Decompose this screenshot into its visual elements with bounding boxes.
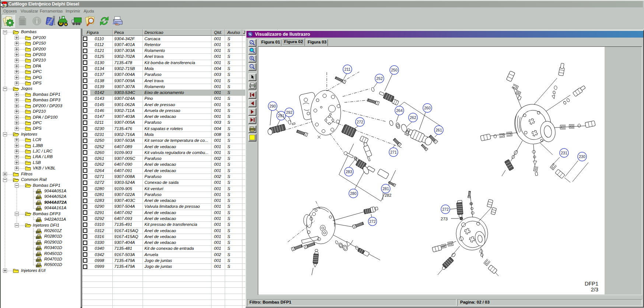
svg-text:272: 272: [357, 120, 363, 124]
svg-text:271: 271: [390, 150, 397, 154]
svg-text:290: 290: [269, 104, 276, 108]
svg-text:291: 291: [278, 113, 284, 118]
svg-text:260: 260: [424, 106, 431, 110]
svg-text:2/3: 2/3: [591, 287, 598, 293]
svg-text:273: 273: [441, 217, 448, 221]
svg-text:262: 262: [410, 115, 416, 120]
svg-text:252: 252: [376, 76, 383, 81]
svg-text:272: 272: [442, 207, 449, 211]
svg-text:230: 230: [579, 154, 585, 159]
svg-text:292: 292: [286, 110, 293, 115]
svg-text:283: 283: [346, 169, 352, 174]
svg-text:231: 231: [561, 151, 567, 155]
svg-text:280: 280: [350, 191, 357, 196]
svg-text:250: 250: [391, 68, 398, 72]
svg-text:281: 281: [382, 186, 389, 191]
svg-text:DFP1: DFP1: [585, 281, 598, 287]
svg-text:264: 264: [396, 108, 403, 113]
svg-text:272: 272: [369, 219, 376, 224]
svg-text:282: 282: [385, 193, 391, 197]
svg-text:261: 261: [435, 128, 442, 132]
svg-text:211: 211: [344, 67, 351, 71]
